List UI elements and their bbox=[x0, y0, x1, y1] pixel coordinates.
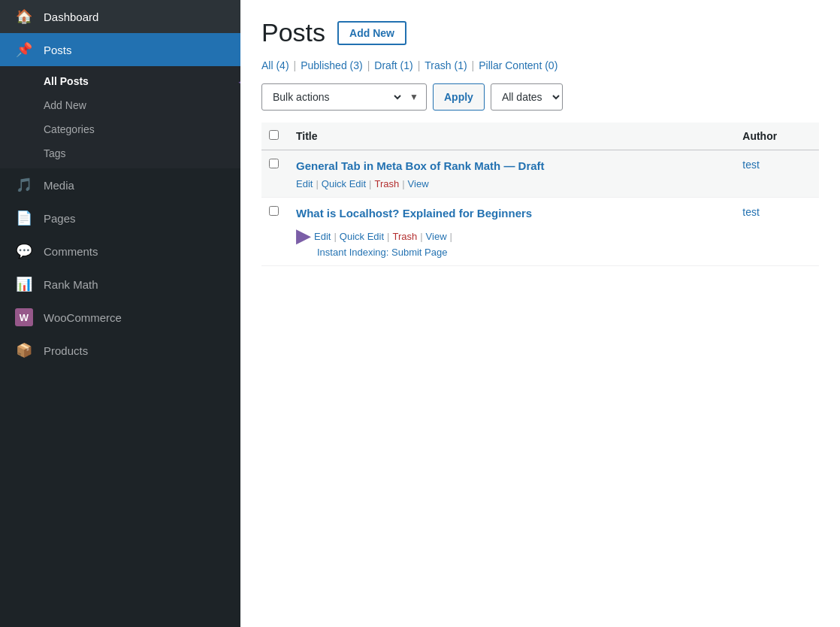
select-all-header bbox=[261, 123, 289, 150]
post-quick-edit-link[interactable]: Quick Edit bbox=[322, 178, 366, 189]
tags-label: Tags bbox=[44, 147, 66, 159]
products-icon: 📦 bbox=[15, 341, 33, 359]
select-all-checkbox[interactable] bbox=[269, 130, 279, 140]
add-new-label: Add New bbox=[44, 99, 86, 111]
apply-button[interactable]: Apply bbox=[433, 83, 485, 111]
post-extra-actions: Instant Indexing: Submit Page bbox=[296, 247, 727, 258]
post-quick-edit-link[interactable]: Quick Edit bbox=[340, 231, 384, 242]
row-arrow-icon: ▶ bbox=[296, 226, 310, 247]
post-title-cell: General Tab in Meta Box of Rank Math — D… bbox=[289, 150, 735, 198]
post-actions: Edit | Quick Edit | Trash | View bbox=[296, 178, 727, 189]
sidebar-item-label: Products bbox=[44, 344, 88, 357]
row-checkbox[interactable] bbox=[269, 206, 279, 216]
pages-icon: 📄 bbox=[15, 209, 33, 227]
sidebar-item-label: WooCommerce bbox=[44, 311, 122, 324]
comments-icon: 💬 bbox=[15, 242, 33, 260]
posts-table: Title Author General Tab in Meta Box of … bbox=[261, 123, 819, 266]
sidebar: 🏠 Dashboard 📌 Posts All Posts ◀ Add New … bbox=[0, 0, 240, 627]
chevron-down-icon: ▼ bbox=[409, 92, 418, 102]
filter-pillar[interactable]: Pillar Content (0) bbox=[479, 59, 557, 71]
sidebar-item-label: Rank Math bbox=[44, 278, 98, 291]
sidebar-item-comments[interactable]: 💬 Comments bbox=[0, 235, 240, 268]
post-author-link[interactable]: test bbox=[742, 159, 760, 171]
filter-published[interactable]: Published (3) bbox=[301, 59, 363, 71]
rankmath-icon: 📊 bbox=[15, 275, 33, 293]
woocommerce-icon: W bbox=[15, 308, 33, 326]
filter-trash[interactable]: Trash (1) bbox=[425, 59, 467, 71]
bulk-actions-select-wrapper[interactable]: Bulk actions Edit Move to Trash ▼ bbox=[261, 83, 427, 111]
post-view-link[interactable]: View bbox=[426, 231, 447, 242]
sidebar-item-label: Dashboard bbox=[44, 11, 98, 23]
post-title-link[interactable]: What is Localhost? Explained for Beginne… bbox=[296, 205, 727, 221]
sidebar-item-label: Pages bbox=[44, 212, 76, 225]
submenu-add-new[interactable]: Add New bbox=[0, 93, 240, 117]
table-row: General Tab in Meta Box of Rank Math — D… bbox=[261, 150, 819, 198]
posts-icon: 📌 bbox=[15, 41, 33, 59]
row-checkbox[interactable] bbox=[269, 159, 279, 168]
sidebar-item-posts[interactable]: 📌 Posts bbox=[0, 33, 240, 66]
title-column-header[interactable]: Title bbox=[289, 123, 735, 150]
post-trash-link[interactable]: Trash bbox=[374, 178, 399, 189]
sidebar-item-media[interactable]: 🎵 Media bbox=[0, 168, 240, 201]
filter-all[interactable]: All (4) bbox=[261, 59, 289, 71]
page-header: Posts Add New bbox=[261, 18, 819, 47]
page-title: Posts bbox=[261, 18, 325, 47]
post-edit-link[interactable]: Edit bbox=[314, 231, 331, 242]
posts-submenu: All Posts ◀ Add New Categories Tags bbox=[0, 66, 240, 168]
post-author-link[interactable]: test bbox=[742, 206, 760, 218]
sidebar-item-dashboard[interactable]: 🏠 Dashboard bbox=[0, 0, 240, 33]
submenu-all-posts[interactable]: All Posts ◀ bbox=[0, 69, 240, 93]
categories-label: Categories bbox=[44, 123, 95, 135]
filter-links: All (4) | Published (3) | Draft (1) | Tr… bbox=[261, 59, 819, 71]
add-new-button[interactable]: Add New bbox=[337, 21, 406, 45]
dashboard-icon: 🏠 bbox=[15, 8, 33, 26]
post-edit-link[interactable]: Edit bbox=[296, 178, 313, 189]
table-row: What is Localhost? Explained for Beginne… bbox=[261, 198, 819, 266]
main-content: Posts Add New All (4) | Published (3) | … bbox=[240, 0, 840, 627]
post-title-cell: What is Localhost? Explained for Beginne… bbox=[289, 198, 735, 266]
submenu-categories[interactable]: Categories bbox=[0, 117, 240, 141]
toolbar: Bulk actions Edit Move to Trash ▼ Apply … bbox=[261, 83, 819, 111]
post-instant-indexing-link[interactable]: Instant Indexing: Submit Page bbox=[317, 247, 447, 258]
sidebar-item-label: Media bbox=[44, 179, 74, 192]
row-checkbox-cell bbox=[261, 150, 289, 198]
sidebar-item-woocommerce[interactable]: W WooCommerce bbox=[0, 301, 240, 334]
post-title-link[interactable]: General Tab in Meta Box of Rank Math — D… bbox=[296, 158, 727, 174]
row-checkbox-cell bbox=[261, 198, 289, 266]
sidebar-item-products[interactable]: 📦 Products bbox=[0, 334, 240, 367]
sidebar-item-rankmath[interactable]: 📊 Rank Math bbox=[0, 268, 240, 301]
post-author-cell: test bbox=[735, 150, 819, 198]
all-posts-label: All Posts bbox=[44, 75, 89, 87]
filter-draft[interactable]: Draft (1) bbox=[374, 59, 412, 71]
post-author-cell: test bbox=[735, 198, 819, 266]
media-icon: 🎵 bbox=[15, 176, 33, 194]
post-view-link[interactable]: View bbox=[408, 178, 429, 189]
bulk-actions-select[interactable]: Bulk actions Edit Move to Trash bbox=[270, 90, 403, 104]
sidebar-item-label: Posts bbox=[44, 44, 72, 56]
post-actions: ▶ Edit | Quick Edit | Trash | View | bbox=[296, 226, 727, 247]
dates-filter-select[interactable]: All dates bbox=[491, 83, 563, 111]
table-header-row: Title Author bbox=[261, 123, 819, 150]
submenu-tags[interactable]: Tags bbox=[0, 141, 240, 165]
all-posts-arrow-icon: ◀ bbox=[239, 70, 240, 93]
sidebar-item-label: Comments bbox=[44, 245, 98, 258]
woo-badge: W bbox=[15, 308, 33, 326]
sidebar-item-pages[interactable]: 📄 Pages bbox=[0, 201, 240, 235]
post-trash-link[interactable]: Trash bbox=[392, 231, 417, 242]
author-column-header: Author bbox=[735, 123, 819, 150]
